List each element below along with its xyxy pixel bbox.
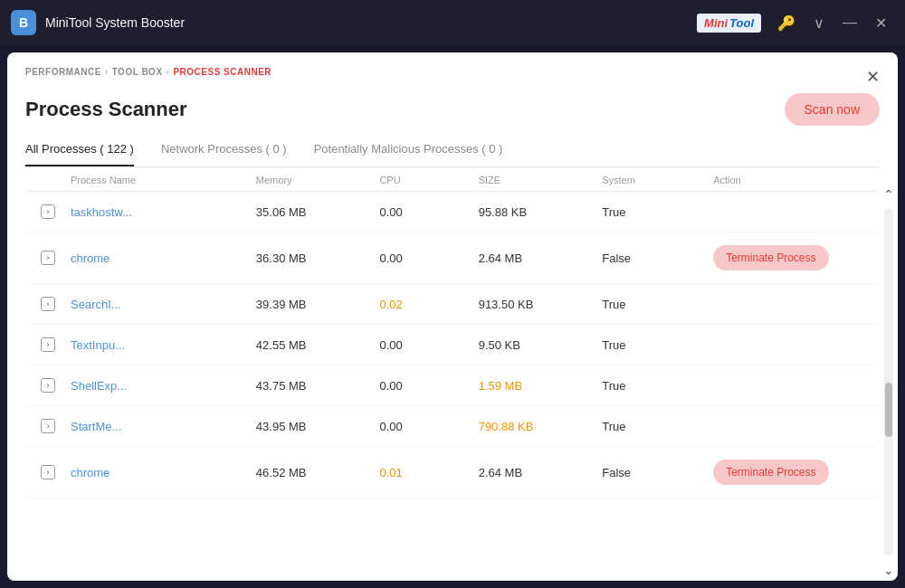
scroll-controls: ⌃ ⌄: [880, 184, 898, 581]
key-button[interactable]: 🔑: [770, 11, 803, 35]
cell-memory-2: 39.39 MB: [256, 298, 380, 311]
scan-now-button[interactable]: Scan now: [785, 93, 880, 126]
cell-system-3: True: [602, 338, 713, 352]
cell-cpu-1: 0.00: [379, 251, 478, 265]
cell-size-3: 9.50 KB: [479, 338, 603, 352]
col-header-action: Action: [713, 175, 862, 185]
chevron-right-icon-1: ›: [41, 251, 55, 265]
cell-memory-4: 43.75 MB: [256, 379, 380, 393]
window-controls: 🔑 ∨ — ✕: [770, 11, 894, 35]
cell-memory-0: 35.06 MB: [256, 205, 380, 219]
cell-name-1: chrome: [71, 251, 256, 265]
breadcrumb-toolbox[interactable]: TOOL BOX: [112, 67, 163, 77]
mini-tool-logo: Mini Tool: [697, 14, 761, 33]
logo-tool: Tool: [729, 16, 754, 30]
cell-cpu-2: 0.02: [379, 298, 478, 311]
expand-btn-6[interactable]: ›: [25, 465, 71, 479]
expand-btn-5[interactable]: ›: [25, 419, 71, 433]
col-header-memory: Memory: [256, 175, 380, 185]
chevron-right-icon-3: ›: [41, 337, 55, 352]
cell-name-4: ShellExp...: [71, 379, 256, 393]
table-row: › SearchI... 39.39 MB 0.02 913.50 KB Tru…: [25, 284, 880, 325]
close-main-button[interactable]: ✕: [866, 67, 880, 87]
minimize-button[interactable]: —: [835, 11, 864, 34]
cell-system-5: True: [602, 420, 713, 433]
col-header-size: SIZE: [479, 175, 603, 185]
cell-cpu-6: 0.01: [379, 466, 478, 479]
chevron-button[interactable]: ∨: [806, 11, 832, 35]
chevron-right-icon-6: ›: [41, 465, 55, 479]
expand-btn-4[interactable]: ›: [25, 378, 71, 393]
chevron-right-icon-4: ›: [41, 378, 55, 393]
cell-action-1: Terminate Process: [713, 245, 862, 270]
app-icon: B: [11, 10, 36, 35]
chevron-right-icon-0: ›: [41, 204, 55, 219]
cell-name-5: StartMe...: [71, 420, 256, 433]
cell-memory-6: 46.52 MB: [256, 466, 380, 479]
cell-size-5: 790.88 KB: [479, 420, 603, 433]
expand-btn-0[interactable]: ›: [25, 204, 71, 219]
title-bar: B MiniTool System Booster Mini Tool 🔑 ∨ …: [0, 0, 905, 45]
breadcrumb: PERFORMANCE › TOOL BOX › PROCESS SCANNER: [25, 67, 880, 77]
table-row: › TextInpu... 42.55 MB 0.00 9.50 KB True: [25, 325, 880, 365]
col-header-cpu: CPU: [379, 175, 478, 185]
tab-malicious-processes[interactable]: Potentially Malicious Processes ( 0 ): [314, 142, 503, 166]
scroll-track[interactable]: [884, 209, 893, 555]
cell-system-1: False: [602, 251, 713, 265]
cell-size-2: 913.50 KB: [479, 298, 603, 311]
logo-mini: Mini: [704, 16, 728, 30]
cell-name-2: SearchI...: [71, 298, 256, 311]
chevron-right-icon-5: ›: [41, 419, 55, 433]
table-container: Process Name Memory CPU SIZE System Acti…: [25, 167, 880, 536]
table-row: › StartMe... 43.95 MB 0.00 790.88 KB Tru…: [25, 406, 880, 447]
window-close-button[interactable]: ✕: [868, 11, 894, 35]
cell-system-2: True: [602, 298, 713, 311]
tab-all-processes[interactable]: All Processes ( 122 ): [25, 142, 134, 166]
cell-name-0: taskhostw...: [71, 205, 256, 219]
cell-memory-5: 43.95 MB: [256, 420, 380, 433]
cell-action-6: Terminate Process: [713, 460, 862, 485]
table-row: › chrome 36.30 MB 0.00 2.64 MB False Ter…: [25, 232, 880, 284]
main-content: PERFORMANCE › TOOL BOX › PROCESS SCANNER…: [7, 52, 898, 581]
page-header: Process Scanner Scan now: [25, 93, 880, 126]
tab-network-processes[interactable]: Network Processes ( 0 ): [161, 142, 287, 166]
col-header-name: Process Name: [71, 175, 256, 185]
col-header-system: System: [602, 175, 713, 185]
app-title: MiniTool System Booster: [45, 15, 688, 30]
scroll-up-arrow[interactable]: ⌃: [880, 184, 898, 205]
cell-cpu-5: 0.00: [379, 420, 478, 433]
cell-size-0: 95.88 KB: [479, 205, 603, 219]
chevron-right-icon-2: ›: [41, 297, 55, 311]
terminate-button-1[interactable]: Terminate Process: [713, 245, 828, 270]
scroll-thumb: [885, 383, 892, 437]
expand-btn-3[interactable]: ›: [25, 337, 71, 352]
expand-btn-2[interactable]: ›: [25, 297, 71, 311]
cell-cpu-4: 0.00: [379, 379, 478, 393]
breadcrumb-current: PROCESS SCANNER: [173, 67, 272, 77]
table-row: › ShellExp... 43.75 MB 0.00 1.59 MB True: [25, 365, 880, 406]
cell-size-4: 1.59 MB: [479, 379, 603, 393]
table-header: Process Name Memory CPU SIZE System Acti…: [25, 167, 880, 192]
terminate-button-6[interactable]: Terminate Process: [713, 460, 828, 485]
cell-memory-3: 42.55 MB: [256, 338, 380, 352]
cell-memory-1: 36.30 MB: [256, 251, 380, 265]
cell-size-1: 2.64 MB: [479, 251, 603, 265]
cell-system-4: True: [602, 379, 713, 393]
scroll-down-arrow[interactable]: ⌄: [880, 559, 898, 581]
tabs-container: All Processes ( 122 ) Network Processes …: [25, 142, 880, 167]
breadcrumb-performance[interactable]: PERFORMANCE: [25, 67, 101, 77]
cell-size-6: 2.64 MB: [479, 466, 603, 479]
breadcrumb-sep-1: ›: [105, 67, 109, 77]
cell-name-6: chrome: [71, 466, 256, 479]
table-row: › taskhostw... 35.06 MB 0.00 95.88 KB Tr…: [25, 192, 880, 232]
page-title: Process Scanner: [25, 98, 187, 121]
expand-btn-1[interactable]: ›: [25, 251, 71, 265]
cell-name-3: TextInpu...: [71, 338, 256, 352]
cell-system-0: True: [602, 205, 713, 219]
cell-cpu-0: 0.00: [379, 205, 478, 219]
table-row: › chrome 46.52 MB 0.01 2.64 MB False Ter…: [25, 447, 880, 498]
breadcrumb-sep-2: ›: [167, 67, 170, 77]
table-rows: › taskhostw... 35.06 MB 0.00 95.88 KB Tr…: [25, 192, 880, 498]
cell-system-6: False: [602, 466, 713, 479]
cell-cpu-3: 0.00: [379, 338, 478, 352]
